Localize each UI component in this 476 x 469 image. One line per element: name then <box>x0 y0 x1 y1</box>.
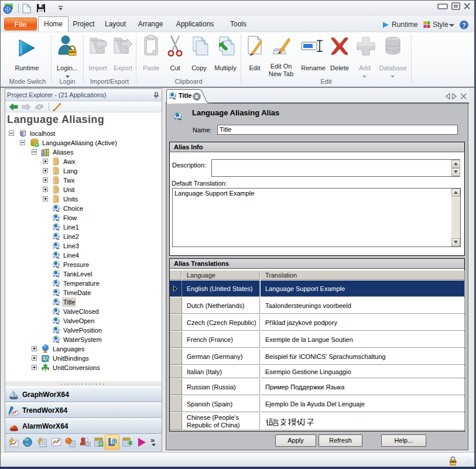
svg-text:?: ? <box>462 22 465 29</box>
